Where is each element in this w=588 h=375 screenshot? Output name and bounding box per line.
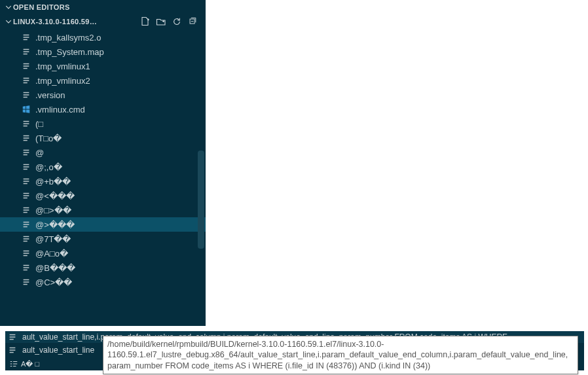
hover-tooltip: /home/build/kernel/rpmbuild/BUILD/kernel… (103, 336, 578, 374)
file-tree-item[interactable]: @<��� (0, 188, 206, 203)
file-tree-item[interactable]: .vmlinux.cmd (0, 102, 206, 116)
windows-file-icon (21, 104, 31, 115)
file-tree-item[interactable]: .tmp_vmlinux1 (0, 59, 206, 73)
file-name-label: @+b�� (35, 177, 71, 187)
file-explorer-sidebar: OPEN EDITORS LINUX-3.10.0-1160.59.1.... … (0, 0, 206, 326)
file-icon (21, 234, 31, 244)
file-tree-item[interactable]: .version (0, 88, 206, 102)
file-name-label: @<��� (35, 191, 75, 201)
file-icon (21, 32, 31, 43)
file-icon (21, 147, 31, 158)
file-name-label: (T□o� (35, 134, 62, 143)
file-tree-item[interactable]: @ (0, 145, 206, 160)
file-icon (21, 205, 31, 215)
file-name-label: .tmp_vmlinux2 (35, 76, 90, 86)
file-icon (21, 262, 31, 273)
file-name-label: @>��� (35, 220, 75, 230)
file-tree-item[interactable]: @>��� (0, 217, 206, 232)
file-name-label: .version (35, 90, 65, 100)
open-editor-label: ault_value_start_line (22, 346, 94, 355)
new-file-icon[interactable] (140, 16, 151, 27)
file-icon (21, 277, 31, 287)
file-name-label: @A□o� (35, 249, 68, 259)
file-icon (21, 61, 31, 71)
file-name-label: @C>�� (35, 277, 72, 287)
explorer-actions (140, 16, 202, 27)
file-icon (21, 75, 31, 86)
new-folder-icon[interactable] (156, 16, 166, 27)
file-name-label: @□>�� (35, 205, 71, 215)
file-tree-item[interactable]: .tmp_vmlinux2 (0, 73, 206, 88)
file-icon (21, 118, 31, 129)
file-icon (21, 133, 31, 143)
file-tree-item[interactable]: .tmp_System.map (0, 45, 206, 59)
collapse-all-icon[interactable] (187, 16, 198, 27)
file-tree-item[interactable]: @B��� (0, 260, 206, 275)
file-tree-item[interactable]: @A□o� (0, 246, 206, 260)
file-icon (8, 332, 18, 342)
file-name-label: @;,o� (35, 162, 62, 172)
file-tree-item[interactable]: .tmp_kallsyms2.o (0, 30, 206, 45)
chevron-down-icon (4, 4, 13, 10)
file-tree-item[interactable]: @□>�� (0, 203, 206, 217)
outline-icon (9, 359, 18, 368)
chevron-down-icon (4, 18, 13, 25)
file-tree-item[interactable]: @C>�� (0, 275, 206, 289)
file-tree-item[interactable]: @;,o� (0, 160, 206, 174)
workspace-folder-label: LINUX-3.10.0-1160.59.1.... (13, 18, 98, 26)
workspace-folder-header[interactable]: LINUX-3.10.0-1160.59.1.... (0, 14, 206, 29)
tooltip-text: /home/build/kernel/rpmbuild/BUILD/kernel… (107, 340, 568, 370)
file-name-label: .tmp_System.map (35, 47, 104, 57)
open-editors-header[interactable]: OPEN EDITORS (0, 0, 206, 14)
file-tree: .tmp_kallsyms2.o.tmp_System.map.tmp_vmli… (0, 29, 206, 289)
file-icon (21, 46, 31, 57)
file-icon (21, 219, 31, 230)
file-icon (21, 176, 31, 187)
file-name-label: (□ (35, 119, 43, 129)
open-editors-label: OPEN EDITORS (13, 3, 70, 11)
file-icon (21, 162, 31, 172)
file-icon (21, 190, 31, 201)
file-name-label: .vmlinux.cmd (35, 105, 85, 115)
refresh-icon[interactable] (172, 16, 182, 27)
file-icon (8, 345, 18, 355)
file-tree-item[interactable]: (T□o� (0, 131, 206, 145)
file-tree-item[interactable]: @7T�� (0, 232, 206, 246)
file-name-label: @ (35, 148, 44, 158)
outline-label: A� □ (21, 360, 39, 368)
file-tree-item[interactable]: (□ (0, 116, 206, 131)
file-name-label: @7T�� (35, 234, 71, 244)
file-name-label: @B��� (35, 263, 75, 273)
file-icon (21, 248, 31, 259)
file-tree-item[interactable]: @+b�� (0, 174, 206, 188)
file-name-label: .tmp_kallsyms2.o (35, 33, 101, 43)
file-name-label: .tmp_vmlinux1 (35, 62, 90, 71)
file-icon (21, 90, 31, 100)
scrollbar-thumb[interactable] (198, 151, 204, 249)
